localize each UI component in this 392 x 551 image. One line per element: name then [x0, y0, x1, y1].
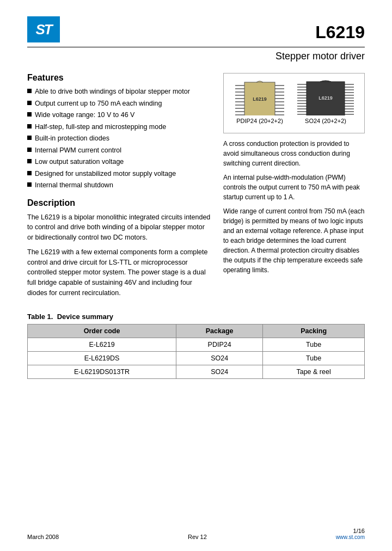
left-column: Features Able to drive both windings of …: [27, 73, 212, 303]
so24-label: SO24 (20+2+2): [305, 118, 346, 124]
footer-date: March 2008: [27, 534, 59, 540]
svg-text:L6219: L6219: [253, 96, 267, 102]
list-item: Internal thermal shutdown: [27, 181, 212, 191]
right-para-3: Wide range of current control from 750 m…: [223, 206, 365, 275]
table-name: Device summary: [57, 313, 113, 321]
order-code-3: E-L6219DS013TR: [28, 365, 176, 378]
part-number: L6219: [315, 22, 365, 42]
order-code-2: E-L6219DS: [28, 351, 176, 365]
bullet-icon: [27, 182, 32, 187]
logo-text: ST: [35, 21, 51, 38]
bullet-icon: [27, 171, 32, 175]
st-logo: ST: [27, 16, 60, 42]
col-header-packing: Packing: [263, 324, 365, 338]
feature-text: Wide voltage range: 10 V to 46 V: [35, 111, 134, 120]
list-item: Half-step, full-step and microstepping m…: [27, 123, 212, 132]
table-title: Table 1. Device summary: [27, 313, 365, 321]
bullet-icon: [27, 101, 32, 105]
svg-text:L6219: L6219: [318, 95, 333, 101]
packing-2: Tube: [263, 351, 365, 365]
table-section: Table 1. Device summary Order code Packa…: [27, 313, 365, 379]
table-header-row: Order code Package Packing: [28, 324, 365, 338]
features-list: Able to drive both windings of bipolar s…: [27, 87, 212, 191]
bullet-icon: [27, 124, 32, 128]
table-row: E-L6219DS SO24 Tube: [28, 351, 365, 365]
footer-url: www.st.com: [336, 534, 365, 540]
page: ST L6219 Stepper motor driver Features A…: [0, 0, 392, 551]
package-1: PDIP24: [176, 338, 263, 351]
feature-text: Internal PWM current control: [35, 146, 121, 156]
feature-text: Built-in protection diodes: [35, 134, 109, 144]
packing-1: Tube: [263, 338, 365, 351]
bullet-icon: [27, 159, 32, 163]
header: ST L6219: [27, 16, 365, 42]
right-column: L6219 PDIP24 (20+2+2): [223, 73, 365, 303]
bullet-icon: [27, 136, 32, 140]
list-item: Designed for unstabilized motor supply v…: [27, 169, 212, 179]
bullet-icon: [27, 148, 32, 152]
right-para-2: An internal pulse-width-modulation (PWM)…: [223, 173, 365, 202]
ic-images: L6219 PDIP24 (20+2+2): [228, 80, 360, 124]
list-item: Internal PWM current control: [27, 146, 212, 156]
feature-text: Half-step, full-step and microstepping m…: [35, 123, 166, 132]
list-item: Wide voltage range: 10 V to 46 V: [27, 111, 212, 120]
pdip24-label: PDIP24 (20+2+2): [236, 118, 283, 124]
package-3: SO24: [176, 365, 263, 378]
package-2: SO24: [176, 351, 263, 365]
feature-text: Able to drive both windings of bipolar s…: [35, 87, 190, 97]
list-item: Able to drive both windings of bipolar s…: [27, 87, 212, 97]
table-label: Table 1.: [27, 313, 53, 321]
list-item: Low output saturation voltage: [27, 157, 212, 167]
list-item: Built-in protection diodes: [27, 134, 212, 144]
features-title: Features: [27, 73, 212, 83]
feature-text: Low output saturation voltage: [35, 157, 124, 167]
bullet-icon: [27, 112, 32, 117]
two-column-layout: Features Able to drive both windings of …: [27, 73, 365, 303]
col-header-package: Package: [176, 324, 263, 338]
table-row: E-L6219DS013TR SO24 Tape & reel: [28, 365, 365, 378]
right-para-1: A cross conduction protection is provide…: [223, 139, 365, 168]
pdip24-chip: L6219 PDIP24 (20+2+2): [232, 80, 287, 124]
col-header-order-code: Order code: [28, 324, 176, 338]
footer-right: 1/16 www.st.com: [336, 528, 365, 540]
description-para-2: The L6219 with a few external components…: [27, 247, 212, 298]
footer-rev: Rev 12: [188, 534, 207, 540]
description-para-1: The L6219 is a bipolar monolithic integr…: [27, 212, 212, 243]
pdip24-svg: L6219: [232, 80, 287, 115]
ic-images-box: L6219 PDIP24 (20+2+2): [223, 73, 365, 133]
device-table: Order code Package Packing E-L6219 PDIP2…: [27, 324, 365, 379]
order-code-1: E-L6219: [28, 338, 176, 351]
list-item: Output current up to 750 mA each winding: [27, 99, 212, 109]
feature-text: Output current up to 750 mA each winding: [35, 99, 162, 109]
footer: March 2008 Rev 12 1/16 www.st.com: [27, 528, 365, 540]
bullet-icon: [27, 89, 32, 93]
packing-3: Tape & reel: [263, 365, 365, 378]
header-divider: [27, 47, 365, 47]
table-row: E-L6219 PDIP24 Tube: [28, 338, 365, 351]
so24-svg: L6219: [296, 80, 356, 115]
footer-page: 1/16: [353, 528, 365, 534]
feature-text: Designed for unstabilized motor supply v…: [35, 169, 176, 179]
feature-text: Internal thermal shutdown: [35, 181, 113, 191]
so24-chip: L6219 SO24 (20+2+2): [296, 80, 356, 124]
description-title: Description: [27, 198, 212, 208]
subtitle: Stepper motor driver: [27, 51, 365, 62]
